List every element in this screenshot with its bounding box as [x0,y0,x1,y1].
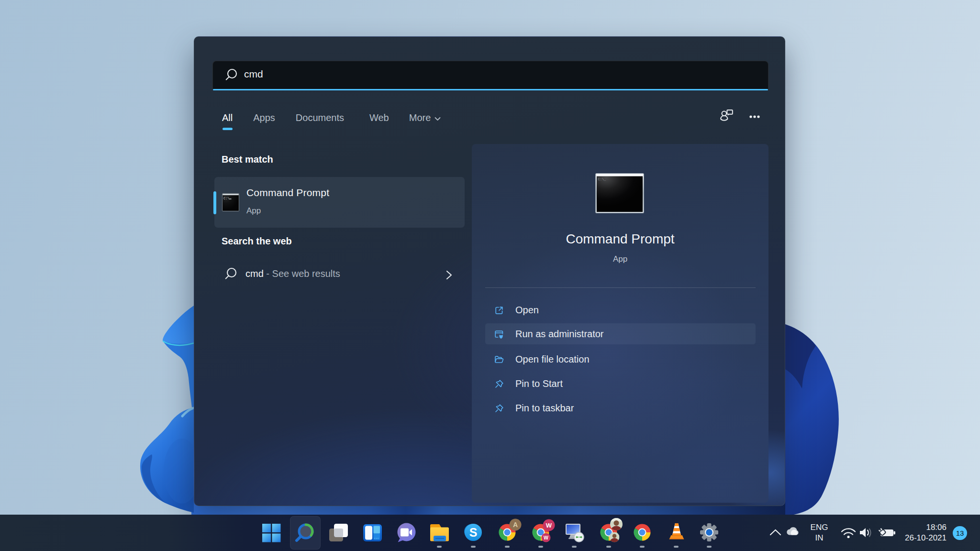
svg-text:S: S [469,526,478,539]
svg-text:A: A [513,521,518,529]
svg-text:W: W [546,522,552,529]
svg-text:W: W [544,535,548,540]
svg-text:C:\_: C:\_ [598,177,607,181]
svg-text:C:\: C:\ [223,197,230,200]
